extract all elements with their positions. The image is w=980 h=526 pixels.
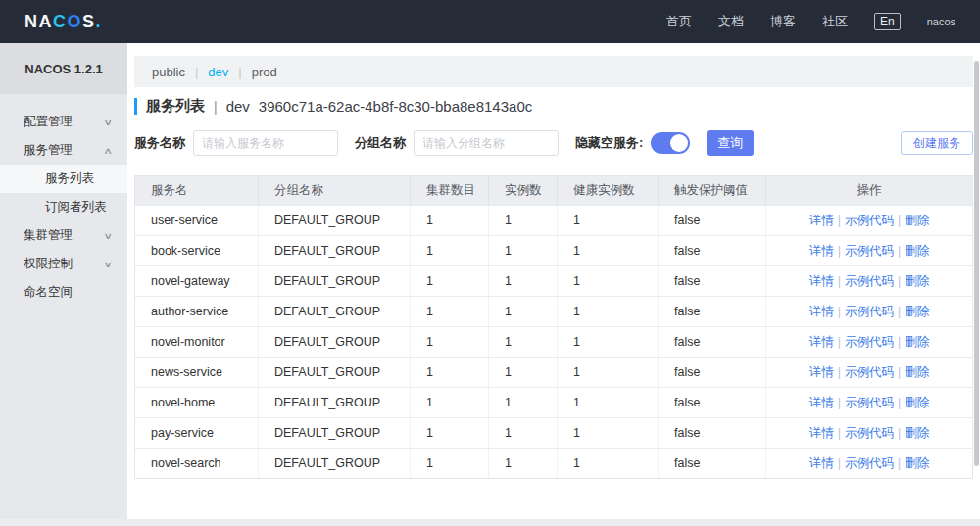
sample-code-link[interactable]: 示例代码: [845, 305, 894, 318]
sidebar-item-service-list[interactable]: 服务列表: [0, 165, 127, 193]
cell-group-name: DEFAULT_GROUP: [258, 449, 410, 478]
sample-code-link[interactable]: 示例代码: [845, 244, 894, 258]
filter-toolbar: 服务名称 分组名称 隐藏空服务: 查询 创建服务: [134, 130, 973, 156]
cell-instance-count: 1: [488, 236, 557, 265]
group-name-label: 分组名称: [355, 134, 406, 152]
namespace-separator: |: [195, 65, 198, 79]
cell-protect-threshold: false: [658, 388, 765, 417]
cell-service-name: pay-service: [135, 418, 258, 448]
action-separator: |: [838, 396, 841, 409]
nav-item-docs[interactable]: 文档: [718, 13, 744, 30]
cell-healthy-instance-count: 1: [557, 206, 658, 235]
cell-cluster-count: 1: [410, 206, 488, 235]
table-row: book-service DEFAULT_GROUP 1 1 1 false 详…: [135, 235, 972, 265]
namespace-tab-prod[interactable]: prod: [252, 65, 277, 79]
nav-item-home[interactable]: 首页: [666, 13, 692, 30]
action-separator: |: [838, 426, 841, 440]
action-separator: |: [838, 335, 841, 349]
detail-link[interactable]: 详情: [809, 456, 834, 470]
namespace-tab-dev[interactable]: dev: [208, 65, 228, 79]
sidebar: NACOS 1.2.1 配置管理 ∨ 服务管理 ∧ 服务列表 订阅者列表 集群管…: [0, 43, 127, 526]
cell-instance-count: 1: [488, 358, 557, 387]
page-title-row: 服务列表 | dev 3960c71a-62ac-4b8f-8c30-bba8e…: [134, 97, 973, 116]
main-content: public | dev | prod 服务列表 | dev 3960c71a-…: [127, 43, 980, 526]
action-separator: |: [838, 456, 841, 470]
sample-code-link[interactable]: 示例代码: [845, 335, 894, 349]
namespace-tab-public[interactable]: public: [152, 65, 185, 79]
action-separator: |: [838, 244, 841, 258]
detail-link[interactable]: 详情: [809, 335, 834, 349]
cell-healthy-instance-count: 1: [557, 358, 658, 387]
vertical-scrollbar[interactable]: [974, 61, 979, 466]
delete-link[interactable]: 删除: [905, 456, 929, 470]
cell-cluster-count: 1: [410, 449, 488, 478]
cell-operations: 详情|示例代码|删除: [765, 266, 972, 296]
create-service-button[interactable]: 创建服务: [901, 131, 973, 155]
sidebar-item-namespace[interactable]: 命名空间: [0, 278, 127, 307]
language-switch-button[interactable]: En: [874, 13, 901, 30]
nacos-logo[interactable]: NACOS.: [24, 12, 102, 32]
cell-group-name: DEFAULT_GROUP: [258, 206, 410, 235]
detail-link[interactable]: 详情: [809, 274, 834, 288]
current-namespace-name: dev: [226, 98, 250, 115]
cell-operations: 详情|示例代码|删除: [765, 236, 972, 265]
delete-link[interactable]: 删除: [905, 426, 929, 440]
current-user[interactable]: nacos: [927, 16, 956, 27]
sample-code-link[interactable]: 示例代码: [845, 426, 894, 440]
cell-service-name: novel-search: [135, 449, 258, 478]
action-separator: |: [898, 396, 901, 409]
delete-link[interactable]: 删除: [905, 335, 929, 349]
cell-cluster-count: 1: [410, 358, 488, 387]
header-cluster-count: 集群数目: [410, 176, 488, 205]
cell-operations: 详情|示例代码|删除: [765, 449, 972, 478]
query-button[interactable]: 查询: [707, 130, 754, 156]
sidebar-menu: 配置管理 ∨ 服务管理 ∧ 服务列表 订阅者列表 集群管理 ∨ 权限控制 ∨: [0, 94, 127, 307]
action-separator: |: [898, 426, 901, 440]
nav-item-blog[interactable]: 博客: [770, 13, 796, 30]
page-title: 服务列表: [146, 97, 205, 116]
sidebar-item-config-management[interactable]: 配置管理 ∨: [0, 108, 127, 136]
sidebar-item-cluster-management[interactable]: 集群管理 ∨: [0, 221, 127, 250]
detail-link[interactable]: 详情: [809, 305, 834, 318]
sample-code-link[interactable]: 示例代码: [845, 214, 894, 227]
cell-healthy-instance-count: 1: [557, 327, 658, 357]
delete-link[interactable]: 删除: [905, 305, 929, 318]
table-row: novel-home DEFAULT_GROUP 1 1 1 false 详情|…: [135, 387, 972, 417]
detail-link[interactable]: 详情: [809, 365, 834, 379]
sidebar-item-service-management[interactable]: 服务管理 ∧: [0, 136, 127, 165]
cell-group-name: DEFAULT_GROUP: [258, 236, 410, 265]
namespace-tabs: public | dev | prod: [134, 56, 973, 87]
detail-link[interactable]: 详情: [809, 214, 834, 227]
bottom-edge-strip: [0, 519, 980, 526]
detail-link[interactable]: 详情: [809, 244, 834, 258]
sample-code-link[interactable]: 示例代码: [845, 396, 894, 409]
sidebar-item-permission-control[interactable]: 权限控制 ∨: [0, 250, 127, 278]
sidebar-version-label: NACOS 1.2.1: [0, 43, 127, 94]
detail-link[interactable]: 详情: [809, 396, 834, 409]
sample-code-link[interactable]: 示例代码: [845, 365, 894, 379]
hide-empty-service-toggle[interactable]: [651, 132, 690, 154]
cell-service-name: author-service: [135, 297, 258, 326]
nav-item-community[interactable]: 社区: [822, 13, 848, 30]
service-name-input[interactable]: [193, 130, 338, 156]
delete-link[interactable]: 删除: [905, 396, 929, 409]
delete-link[interactable]: 删除: [905, 274, 929, 288]
service-name-label: 服务名称: [134, 134, 185, 152]
cell-service-name: novel-home: [135, 388, 258, 417]
table-row: news-service DEFAULT_GROUP 1 1 1 false 详…: [135, 357, 972, 387]
chevron-down-icon: ∨: [104, 260, 114, 269]
action-separator: |: [898, 305, 901, 318]
sample-code-link[interactable]: 示例代码: [845, 456, 894, 470]
cell-protect-threshold: false: [658, 418, 765, 448]
sidebar-item-subscriber-list[interactable]: 订阅者列表: [0, 193, 127, 221]
chevron-up-icon: ∧: [104, 146, 114, 156]
sample-code-link[interactable]: 示例代码: [845, 274, 894, 288]
detail-link[interactable]: 详情: [809, 426, 834, 440]
group-name-input[interactable]: [414, 130, 559, 156]
cell-protect-threshold: false: [658, 449, 765, 478]
cell-service-name: book-service: [135, 236, 258, 265]
delete-link[interactable]: 删除: [905, 365, 929, 379]
delete-link[interactable]: 删除: [905, 214, 929, 227]
cell-healthy-instance-count: 1: [557, 418, 658, 448]
delete-link[interactable]: 删除: [905, 244, 929, 258]
